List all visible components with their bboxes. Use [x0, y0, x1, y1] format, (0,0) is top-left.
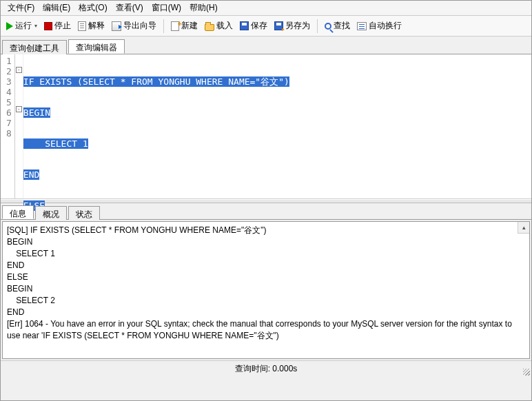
fold-toggle-icon[interactable]: - — [16, 67, 22, 73]
tab-profile[interactable]: 概况 — [35, 206, 67, 220]
save-as-button[interactable]: 另存为 — [272, 19, 313, 33]
tab-info[interactable]: 信息 — [2, 205, 34, 219]
code-editor[interactable]: 1 2 3 4 5 6 7 8 - - IF EXISTS (SELECT * … — [1, 54, 531, 199]
toolbar-separator — [163, 19, 164, 33]
menubar: 文件(F) 编辑(E) 格式(O) 查看(V) 窗口(W) 帮助(H) — [1, 1, 531, 16]
dropdown-icon: ▾ — [34, 23, 37, 29]
wrap-label: 自动换行 — [369, 20, 402, 32]
stop-button[interactable]: 停止 — [41, 19, 74, 33]
code-line: BEGIN — [23, 107, 50, 118]
code-line: IF EXISTS (SELECT * FROM YONGHU WHERE NA… — [23, 76, 289, 87]
result-line: END — [7, 307, 525, 318]
menu-window[interactable]: 窗口(W) — [147, 1, 185, 15]
menu-help[interactable]: 帮助(H) — [185, 1, 222, 15]
load-icon — [205, 24, 214, 31]
scroll-up-icon[interactable]: ▴ — [518, 222, 529, 234]
code-line: SELECT 1 — [23, 138, 88, 149]
new-icon — [171, 21, 179, 31]
line-number: 8 — [6, 128, 12, 138]
line-number: 2 — [6, 66, 12, 76]
line-number: 5 — [6, 97, 12, 107]
save-as-label: 另存为 — [285, 20, 310, 32]
explain-label: 解释 — [88, 20, 105, 32]
tab-query-builder[interactable]: 查询创建工具 — [2, 40, 67, 54]
menu-file[interactable]: 文件(F) — [3, 1, 39, 15]
toolbar-separator — [317, 19, 318, 33]
load-button[interactable]: 载入 — [202, 19, 236, 33]
save-button[interactable]: 保存 — [237, 19, 270, 33]
result-line: END — [7, 260, 525, 271]
line-number: 1 — [6, 56, 12, 66]
search-icon — [325, 23, 331, 30]
stop-icon — [44, 22, 52, 30]
result-line: ELSE — [7, 271, 525, 283]
export-icon — [112, 21, 121, 31]
find-label: 查找 — [334, 20, 350, 32]
explain-icon — [78, 21, 86, 31]
result-line: BEGIN — [7, 283, 525, 295]
play-icon — [6, 22, 13, 30]
save-label: 保存 — [251, 20, 267, 32]
fold-column: - - — [15, 54, 23, 198]
code-content[interactable]: IF EXISTS (SELECT * FROM YONGHU WHERE NA… — [23, 54, 289, 198]
fold-toggle-icon[interactable]: - — [16, 106, 22, 112]
line-number: 7 — [6, 118, 12, 128]
menu-view[interactable]: 查看(V) — [112, 1, 147, 15]
stop-label: 停止 — [54, 20, 71, 32]
export-wizard-button[interactable]: 导出向导 — [109, 19, 159, 33]
result-line: [SQL] IF EXISTS (SELECT * FROM YONGHU WH… — [7, 225, 525, 236]
auto-wrap-button[interactable]: 自动换行 — [354, 19, 405, 33]
result-line: SELECT 1 — [7, 248, 525, 260]
find-button[interactable]: 查找 — [322, 19, 353, 33]
toolbar: 运行 ▾ 停止 解释 导出向导 新建 载入 保存 另存为 查找 自动换行 — [1, 16, 531, 37]
export-label: 导出向导 — [123, 20, 156, 32]
run-label: 运行 — [15, 20, 32, 32]
statusbar: 查询时间: 0.000s — [1, 360, 531, 377]
tab-status[interactable]: 状态 — [68, 206, 100, 220]
line-number: 6 — [6, 107, 12, 118]
save-icon — [240, 21, 249, 30]
result-line: [Err] 1064 - You have an error in your S… — [7, 318, 525, 342]
run-button[interactable]: 运行 ▾ — [3, 19, 40, 33]
explain-button[interactable]: 解释 — [75, 19, 108, 33]
menu-format[interactable]: 格式(O) — [74, 1, 111, 15]
line-number: 4 — [6, 87, 12, 97]
menu-edit[interactable]: 编辑(E) — [39, 1, 74, 15]
new-button[interactable]: 新建 — [168, 19, 201, 33]
query-time-label: 查询时间: 0.000s — [235, 363, 298, 375]
load-label: 载入 — [216, 20, 233, 32]
new-label: 新建 — [181, 20, 198, 32]
editor-tabs: 查询创建工具 查询编辑器 — [1, 37, 531, 54]
save-as-icon — [274, 21, 283, 30]
wrap-icon — [357, 22, 367, 30]
code-line: END — [23, 169, 39, 180]
line-number: 3 — [6, 76, 12, 87]
line-gutter: 1 2 3 4 5 6 7 8 — [1, 54, 15, 198]
tab-query-editor[interactable]: 查询编辑器 — [68, 39, 125, 54]
result-line: SELECT 2 — [7, 295, 525, 307]
result-pane[interactable]: ▴ [SQL] IF EXISTS (SELECT * FROM YONGHU … — [2, 221, 530, 359]
result-line: BEGIN — [7, 236, 525, 248]
